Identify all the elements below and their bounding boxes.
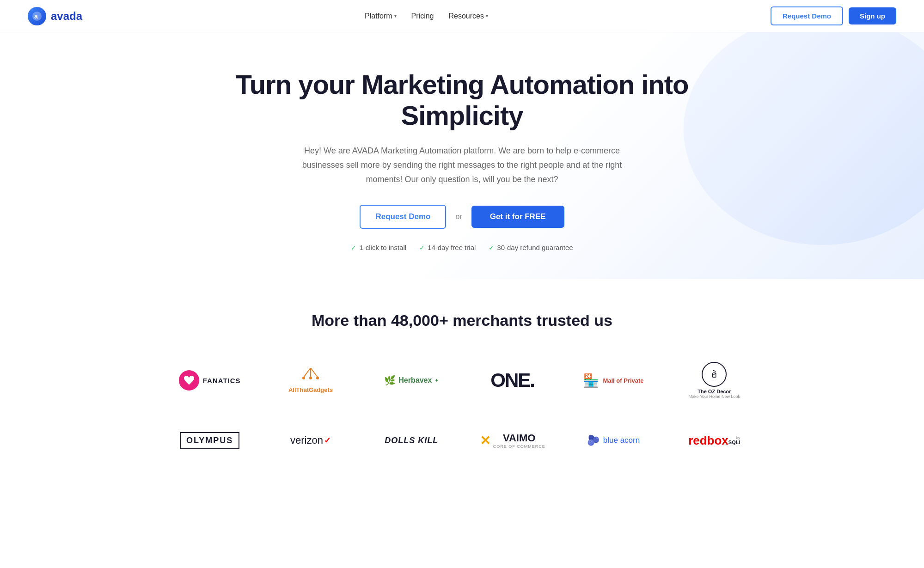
check-icon-2: ✓ [419,244,425,251]
logo-mallofprivate: 🏪 Mall of Private [565,353,661,408]
check-icon-3: ✓ [489,244,494,251]
merchants-heading: More than 48,000+ merchants trusted us [28,311,896,330]
logo-icon: a [28,7,46,25]
badge-install: ✓ 1-click to install [351,244,406,251]
hero-heading: Turn your Marketing Automation into Simp… [208,69,716,131]
nav-links: Platform ▾ Pricing Resources ▾ [365,12,488,20]
badge-trial-text: 14-day free trial [428,244,476,251]
nav-resources[interactable]: Resources ▾ [449,12,488,20]
merchants-logo-grid: FANATICS AllThatGadgets [162,353,763,464]
logo-redbox: redbox by SQLI [666,417,762,464]
svg-point-7 [316,377,319,379]
navbar: a avada Platform ▾ Pricing Resources ▾ R… [0,0,924,32]
hero-content: Turn your Marketing Automation into Simp… [208,69,716,251]
hero-get-free-button[interactable]: Get it for FREE [471,206,564,228]
or-label: or [455,213,462,221]
badge-refund-text: 30-day refund guarantee [497,244,573,251]
hero-subheading: Hey! We are AVADA Marketing Automation p… [291,144,633,186]
logo-fanatics: FANATICS [162,353,258,408]
logo-text: avada [51,10,82,23]
svg-line-3 [311,368,318,377]
logo-blueacorn: 🫐 blue acorn [565,417,661,464]
nav-signup-button[interactable]: Sign up [849,7,896,24]
svg-text:a: a [34,12,38,20]
hero-section: Turn your Marketing Automation into Simp… [0,32,924,279]
logo-herbavex: 🌿 Herbavex ✦ [363,353,459,408]
hero-request-demo-button[interactable]: Request Demo [360,205,446,229]
check-icon-1: ✓ [351,244,356,251]
logo-verizon: verizon ✓ [263,417,359,464]
chevron-down-icon: ▾ [394,13,397,18]
svg-point-6 [309,377,312,379]
badge-install-text: 1-click to install [359,244,406,251]
hero-badges: ✓ 1-click to install ✓ 14-day free trial… [208,244,716,251]
badge-refund: ✓ 30-day refund guarantee [489,244,573,251]
nav-pricing[interactable]: Pricing [411,12,434,20]
logo-allthatgadgets: AllThatGadgets [263,353,359,408]
nav-actions: Request Demo Sign up [771,6,896,25]
logo-vaimo: ✕ VAIMO CORE OF COMMERCE [464,417,560,464]
logo-one: ONE. [464,353,560,408]
svg-point-5 [302,377,305,379]
logo[interactable]: a avada [28,7,82,25]
nav-request-demo-button[interactable]: Request Demo [771,6,843,25]
badge-trial: ✓ 14-day free trial [419,244,476,251]
logo-ozdecor: 🕯 The OZ Decor Make Your Home New Look [666,353,762,408]
svg-line-2 [304,368,311,377]
logo-dollskill: DOLLS KILL [363,417,459,464]
nav-platform[interactable]: Platform ▾ [365,12,397,20]
merchants-section: More than 48,000+ merchants trusted us F… [0,279,924,491]
hero-buttons: Request Demo or Get it for FREE [208,205,716,229]
chevron-down-icon-2: ▾ [486,13,488,18]
logo-olympus: OLYMPUS [162,417,258,464]
